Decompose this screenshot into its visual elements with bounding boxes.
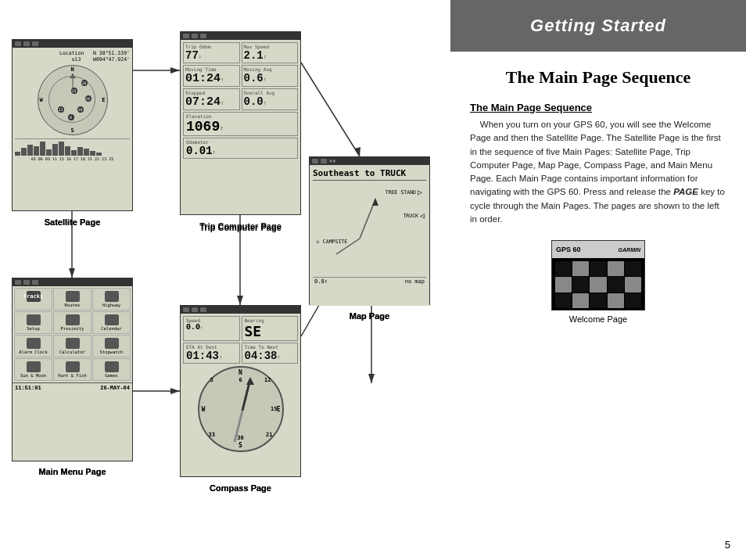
speed-value: 0.0↑ [186,323,237,332]
tc-icon1 [183,34,189,38]
moving-avg-cell: Moving Avg 0.6↑ [242,65,299,87]
calendar-icon [105,314,119,325]
time-next-label: Time To Next [245,344,296,350]
menu-date: 26-MAY-04 [100,385,130,391]
welcome-image: GPS 60 GARMIN [551,240,645,311]
sat-dot: 16 [81,80,88,86]
menu-item-proximity: Proximity [53,311,91,334]
hunt-label: Hunt & Fish [58,373,86,378]
svg-marker-9 [170,67,180,74]
map-icon3: ✕✕ [329,158,335,164]
max-speed-value: 2.1↑ [244,49,296,62]
welcome-cell [572,261,589,276]
welcome-cell [555,261,572,276]
stopped-value: 07:24↑ [185,95,238,109]
alarm-label: Alarm Clock [19,350,47,354]
calendar-label: Calendar [101,326,122,331]
hunt-icon [66,361,80,372]
map-destination: Southeast to TRUCK [313,168,426,181]
moving-time-cell: Moving Time 01:24↑ [183,65,240,87]
elevation-cell: Elevation 1069↑ [183,112,298,136]
eta-label: ETA At Dest [186,344,237,350]
sat-bar [34,146,39,156]
elevation-label: Elevation [186,113,295,119]
welcome-section: GPS 60 GARMIN [470,240,726,324]
svg-line-10 [301,63,360,156]
games-icon [105,361,119,372]
stopped-cell: Stopped 07:24↑ [183,88,240,110]
comp-icon3 [200,307,206,312]
max-speed-label: Max Speed [244,44,296,49]
welcome-cell [572,277,589,292]
sat-bar [46,149,52,156]
sat-dot: 10 [77,106,84,113]
welcome-cell [590,261,606,276]
welcome-cell [555,277,572,292]
menu-item-highway: Highway [92,288,131,311]
header-title: Getting Started [530,16,666,35]
menu-item-sun: Sun & Moon [14,358,52,381]
speed-label: Speed [186,318,237,323]
sat-dot: 15 [71,88,77,94]
sat-bar [90,151,95,156]
map-label-display: Map Page [309,311,430,321]
welcome-label: Welcome Page [569,314,627,324]
right-panel: Getting Started The Main Page Sequence T… [450,0,746,560]
sat-signal-bars [15,138,130,156]
welcome-cell [555,293,572,308]
sat-dot: 13 [58,106,64,113]
map-icon1 [312,159,318,163]
sat-bar [77,147,83,156]
map-bottom-info: 0.8↑ no map [313,277,426,285]
right-content: The Main Page Sequence The Main Page Seq… [450,52,746,339]
menu-item-routes: Routes [53,288,91,311]
subsection-title: The Main Page Sequence [470,102,726,113]
setup-label: Setup [27,326,40,331]
menu-label-display: Main Menu Page [12,467,133,476]
comp-icon2 [192,307,198,312]
tracks-icon: Tracks [27,291,41,302]
moving-avg-label: Moving Avg [244,66,296,72]
max-speed-cell: Max Speed 2.1↑ [242,42,299,63]
highway-label: Highway [102,303,120,307]
sun-icon [27,361,41,372]
speed-cell: Speed 0.0↑ [183,316,240,341]
menu-icon2 [23,280,30,285]
svg-marker-19 [246,377,254,385]
menu-time: 11:51:01 [15,385,41,391]
menu-item-setup: Setup [14,311,52,334]
bearing-label: Bearing [245,318,296,323]
odometer-value: 0.01↑ [186,145,295,157]
body-text: When you turn on your GPS 60, you will s… [470,118,726,226]
stopped-label: Stopped [185,90,238,95]
elevation-value: 1069↑ [186,119,295,135]
trip-odometer-value: 77↑ [185,49,238,62]
menu-item-hunt: Hunt & Fish [53,358,91,381]
bearing-cell: Bearing SE [242,316,299,341]
bearing-value: SE [245,323,296,339]
calculator-icon [66,338,80,349]
map-content: TREE STAND ▷ TRUCK ◁ ▷ CAMPSITE [313,184,426,285]
welcome-cell [608,261,624,276]
proximity-icon [66,314,80,325]
eta-value: 01:43↑ [186,350,237,362]
tc-icon2 [192,34,198,38]
welcome-cell [590,293,606,308]
tc-icon3 [200,34,206,38]
menu-item-alarm: Alarm Clock [14,335,52,357]
sat-bar [15,152,20,156]
satellite-page-screen: Location N 38°51.339' ±13 W094°47.924' N… [12,39,133,211]
welcome-img-top: GPS 60 GARMIN [552,241,644,258]
sat-bar [71,150,77,156]
svg-marker-13 [368,374,375,383]
moving-avg-value: 0.6↑ [244,72,296,84]
menu-item-stopwatch: Stopwatch [92,335,131,357]
stopwatch-label: Stopwatch [100,350,124,354]
menu-icon3 [32,280,38,285]
welcome-cell [590,277,606,292]
menu-item-calculator: Calculator [53,335,91,357]
trip-label-display: Trip Computer Page [180,221,301,231]
trip-computer-screen: Trip Odom 77↑ Max Speed 2.1↑ Moving Time… [180,31,301,215]
screen-icon-sat3 [32,41,38,46]
screen-icon-sat [15,41,21,46]
